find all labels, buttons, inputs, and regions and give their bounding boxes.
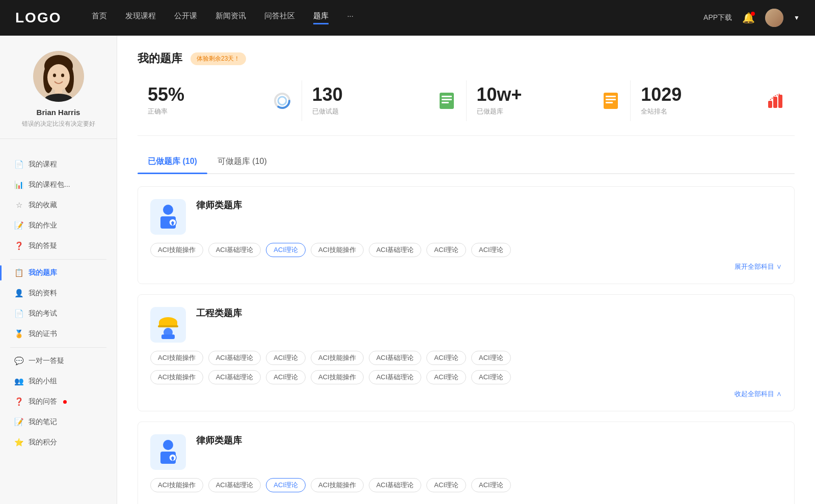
tag-2b-0[interactable]: ACI技能操作 — [150, 370, 203, 384]
tag-2b-4[interactable]: ACI基础理论 — [369, 370, 422, 384]
tag-2b-5[interactable]: ACI理论 — [426, 370, 466, 384]
expand-link-1[interactable]: 展开全部科目 ∨ — [150, 262, 782, 271]
stat-value: 55% — [148, 86, 266, 104]
tag-2-2[interactable]: ACI理论 — [266, 351, 306, 365]
stats-row: 55% 正确率 130 已做试题 — [138, 80, 795, 136]
sidebar-divider — [10, 259, 106, 260]
tag-2b-2[interactable]: ACI理论 — [266, 370, 306, 384]
svg-rect-14 — [442, 99, 452, 100]
tag-1-2[interactable]: ACI理论 — [266, 243, 306, 257]
done-tests-icon — [438, 92, 456, 110]
sidebar-item-questionbank[interactable]: 📋 我的题库 — [0, 263, 117, 283]
svg-rect-16 — [604, 93, 618, 109]
sidebar: Brian Harris 错误的决定比没有决定要好 📄 我的课程 📊 我的课程包… — [0, 36, 117, 504]
main-content: 我的题库 体验剩余23天！ 55% 正确率 — [117, 36, 815, 504]
sidebar-item-label: 我的资料 — [29, 289, 57, 298]
tag-3-0[interactable]: ACI技能操作 — [150, 478, 203, 492]
tag-2-0[interactable]: ACI技能操作 — [150, 351, 203, 365]
sidebar-item-homework[interactable]: 📝 我的作业 — [0, 215, 117, 236]
tag-1-6[interactable]: ACI理论 — [471, 243, 511, 257]
tag-2-4[interactable]: ACI基础理论 — [369, 351, 422, 365]
tag-3-5[interactable]: ACI理论 — [426, 478, 466, 492]
tab-done[interactable]: 已做题库 (10) — [138, 152, 207, 173]
nav-home[interactable]: 首页 — [92, 11, 107, 24]
sidebar-item-label: 我的证书 — [29, 329, 57, 339]
bank-card-3: 律师类题库 ACI技能操作 ACI基础理论 ACI理论 ACI技能操作 ACI基… — [138, 422, 795, 504]
questionbank-icon: 📋 — [14, 268, 23, 277]
stat-label: 正确率 — [148, 107, 266, 116]
sidebar-item-favorites[interactable]: ☆ 我的收藏 — [0, 195, 117, 215]
tag-3-2[interactable]: ACI理论 — [266, 478, 306, 492]
tag-1-5[interactable]: ACI理论 — [426, 243, 466, 257]
sidebar-item-exam[interactable]: 📄 我的考试 — [0, 303, 117, 324]
course-icon: 📄 — [14, 160, 23, 169]
sidebar-item-profile[interactable]: 👤 我的资料 — [0, 283, 117, 303]
nav-qa[interactable]: 问答社区 — [264, 11, 295, 24]
tag-2b-6[interactable]: ACI理论 — [471, 370, 511, 384]
nav-more[interactable]: ··· — [347, 11, 354, 24]
tag-3-6[interactable]: ACI理论 — [471, 478, 511, 492]
sidebar-item-label: 我的作业 — [29, 221, 57, 230]
tag-2b-3[interactable]: ACI技能操作 — [311, 370, 364, 384]
app-download-link[interactable]: APP下载 — [703, 13, 732, 22]
svg-rect-21 — [773, 97, 777, 108]
nav-news[interactable]: 新闻资讯 — [215, 11, 246, 24]
sidebar-item-points[interactable]: ⭐ 我的积分 — [0, 432, 117, 453]
svg-point-6 — [61, 74, 64, 77]
sidebar-item-label: 我的小组 — [29, 377, 57, 386]
bank-card-2: 工程类题库 ACI技能操作 ACI基础理论 ACI理论 ACI技能操作 ACI基… — [138, 294, 795, 411]
nav-opencourse[interactable]: 公开课 — [174, 11, 197, 24]
notification-bell[interactable]: 🔔 — [742, 12, 755, 24]
tag-2b-1[interactable]: ACI基础理论 — [208, 370, 261, 384]
bank-title-3: 律师类题库 — [196, 434, 782, 446]
sidebar-item-certificate[interactable]: 🏅 我的证书 — [0, 324, 117, 344]
nav-questionbank[interactable]: 题库 — [313, 11, 329, 24]
collapse-link-2[interactable]: 收起全部科目 ∧ — [150, 389, 782, 399]
myqa-icon: ❓ — [14, 397, 23, 406]
sidebar-item-course[interactable]: 📄 我的课程 — [0, 154, 117, 175]
notification-badge — [751, 12, 755, 16]
svg-point-11 — [278, 97, 286, 105]
svg-rect-20 — [768, 101, 772, 108]
engineer-svg — [155, 311, 181, 339]
notes-icon: 📝 — [14, 417, 23, 427]
sidebar-item-notes[interactable]: 📝 我的笔记 — [0, 412, 117, 432]
sidebar-item-label: 我的收藏 — [29, 201, 57, 210]
tag-1-4[interactable]: ACI基础理论 — [369, 243, 422, 257]
sidebar-item-coursepackage[interactable]: 📊 我的课程包... — [0, 175, 117, 195]
nav-discover[interactable]: 发现课程 — [125, 11, 156, 24]
group-icon: 👥 — [14, 377, 23, 386]
stat-correct-rate: 55% 正确率 — [138, 80, 302, 121]
stat-value: 1029 — [641, 86, 759, 104]
tag-2-1[interactable]: ACI基础理论 — [208, 351, 261, 365]
tag-1-3[interactable]: ACI技能操作 — [311, 243, 364, 257]
tag-2-3[interactable]: ACI技能操作 — [311, 351, 364, 365]
tab-available[interactable]: 可做题库 (10) — [207, 152, 277, 173]
avatar-image — [765, 9, 783, 27]
svg-rect-12 — [440, 93, 454, 109]
avatar[interactable] — [765, 9, 783, 27]
tag-2-6[interactable]: ACI理论 — [471, 351, 511, 365]
sidebar-item-1on1[interactable]: 💬 一对一答疑 — [0, 351, 117, 371]
avatar-dropdown-arrow[interactable]: ▼ — [794, 14, 800, 21]
bank-card-header-2: 工程类题库 — [150, 307, 782, 343]
sidebar-item-myqa[interactable]: ❓ 我的问答 — [0, 391, 117, 412]
sidebar-item-qa[interactable]: ❓ 我的答疑 — [0, 236, 117, 256]
tag-2-5[interactable]: ACI理论 — [426, 351, 466, 365]
tag-3-1[interactable]: ACI基础理论 — [208, 478, 261, 492]
qa-icon: ❓ — [14, 241, 23, 250]
points-icon: ⭐ — [14, 438, 23, 447]
tag-3-4[interactable]: ACI基础理论 — [369, 478, 422, 492]
sidebar-divider-2 — [10, 347, 106, 348]
tags-row-1: ACI技能操作 ACI基础理论 ACI理论 ACI技能操作 ACI基础理论 AC… — [150, 243, 782, 257]
tag-1-0[interactable]: ACI技能操作 — [150, 243, 203, 257]
bank-icon-lawyer — [150, 199, 186, 235]
bank-card-header: 律师类题库 — [150, 199, 782, 235]
tag-3-3[interactable]: ACI技能操作 — [311, 478, 364, 492]
tag-1-1[interactable]: ACI基础理论 — [208, 243, 261, 257]
sidebar-item-label: 我的课程 — [29, 160, 57, 169]
correct-rate-icon — [273, 92, 291, 110]
sidebar-item-group[interactable]: 👥 我的小组 — [0, 371, 117, 391]
navbar: LOGO 首页 发现课程 公开课 新闻资讯 问答社区 题库 ··· APP下载 … — [0, 0, 815, 36]
sidebar-item-label: 我的课程包... — [29, 180, 70, 189]
